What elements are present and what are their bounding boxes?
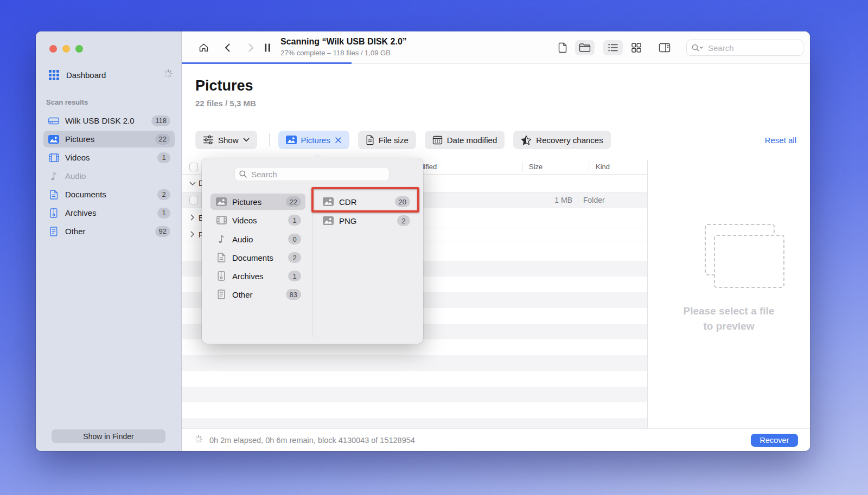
list-view-button[interactable] — [603, 40, 623, 55]
grid-icon — [631, 42, 642, 53]
sidebar-item-pictures[interactable]: Pictures 22 — [43, 131, 175, 147]
count-badge: 2 — [288, 252, 301, 263]
image-file-icon — [322, 216, 335, 225]
popover-category-videos[interactable]: Videos 1 — [210, 212, 305, 228]
count-badge: 92 — [155, 226, 170, 237]
disclosure-down-icon[interactable] — [189, 178, 196, 188]
pause-icon — [264, 43, 271, 53]
star-half-icon — [521, 135, 532, 145]
main-area: Scanning “Wilk USB DISK 2.0” 27% complet… — [182, 31, 810, 451]
sidebar-item-dashboard[interactable]: Dashboard — [49, 67, 174, 82]
zoom-window-button[interactable] — [75, 45, 83, 53]
sidebar-item-wilk-usb-disk[interactable]: Wilk USB DISK 2.0 118 — [43, 112, 175, 129]
show-filter-button[interactable]: Show — [195, 131, 257, 149]
folder-view-button[interactable] — [575, 40, 595, 55]
count-badge: 2 — [157, 189, 170, 200]
row-size-cell: 1 MB — [522, 196, 572, 204]
sidebar-item-archives[interactable]: Archives 1 — [43, 204, 175, 221]
date-modified-filter-label: Date modified — [447, 136, 497, 145]
filter-bar: Show Pictures File size Date modified Re… — [195, 131, 796, 149]
disclosure-right-icon[interactable] — [190, 213, 195, 223]
chevron-down-icon — [243, 138, 250, 142]
close-icon[interactable] — [335, 137, 342, 144]
minimize-window-button[interactable] — [62, 45, 70, 53]
sidebar-item-other[interactable]: Other 92 — [43, 223, 175, 240]
back-button[interactable] — [218, 40, 237, 55]
count-badge: 22 — [286, 196, 301, 207]
recovery-chances-filter-label: Recovery chances — [536, 136, 603, 145]
column-header-kind[interactable]: Kind — [596, 163, 610, 171]
popover-category-pictures[interactable]: Pictures 22 — [210, 194, 305, 210]
page-title: Pictures — [195, 78, 253, 94]
reset-all-link[interactable]: Reset all — [765, 136, 796, 145]
count-badge: 83 — [286, 289, 301, 300]
popover-item-label: Archives — [232, 272, 264, 281]
select-all-checkbox[interactable] — [189, 163, 198, 171]
preview-placeholder-frame — [714, 235, 784, 288]
sidebar-item-label: Pictures — [65, 134, 94, 144]
scan-status-text: 0h 2m elapsed, 0h 6m remain, block 41300… — [209, 436, 415, 445]
spinner-icon — [163, 68, 174, 81]
popover-search-input[interactable] — [250, 169, 385, 179]
toolbar: Scanning “Wilk USB DISK 2.0” 27% complet… — [182, 31, 810, 64]
count-badge: 1 — [157, 152, 170, 163]
search-icon — [239, 170, 247, 178]
popover-category-archives[interactable]: Archives 1 — [210, 268, 305, 284]
status-bar: 0h 2m elapsed, 0h 6m remain, block 41300… — [182, 428, 810, 451]
popover-item-label: Documents — [232, 253, 273, 262]
chevron-right-icon — [248, 42, 254, 53]
row-checkbox[interactable] — [189, 196, 198, 204]
preview-pane: Please select a file to preview — [647, 160, 810, 428]
sidebar-item-documents[interactable]: Documents 2 — [43, 186, 175, 203]
recover-button[interactable]: Recover — [751, 434, 798, 447]
file-size-icon — [366, 135, 374, 145]
show-in-finder-button[interactable]: Show in Finder — [52, 429, 165, 443]
home-button[interactable] — [194, 40, 213, 55]
preview-panel-button[interactable] — [655, 40, 674, 55]
sidebar-item-label: Archives — [65, 208, 97, 217]
popover-search-field[interactable] — [234, 167, 390, 181]
pictures-icon — [47, 135, 60, 144]
toolbar-search-field[interactable] — [686, 40, 803, 56]
disclosure-right-icon[interactable] — [190, 230, 195, 240]
pictures-filter-label: Pictures — [301, 136, 330, 145]
scan-title: Scanning “Wilk USB DISK 2.0” — [280, 37, 407, 47]
sidebar-item-label: Other — [65, 227, 86, 236]
column-header-size[interactable]: Size — [529, 163, 542, 171]
column-divider[interactable] — [522, 162, 523, 172]
file-size-filter-button[interactable]: File size — [358, 131, 416, 149]
sidebar-item-label: Audio — [65, 171, 86, 181]
sidebar-item-videos[interactable]: Videos 1 — [43, 149, 175, 166]
sliders-icon — [203, 135, 214, 145]
popover-item-label: Audio — [232, 235, 253, 244]
app-window: Dashboard Scan results Wilk USB DISK 2.0… — [36, 31, 810, 451]
popover-category-audio[interactable]: Audio 0 — [210, 231, 305, 247]
close-window-button[interactable] — [49, 45, 57, 53]
file-view-button[interactable] — [553, 40, 572, 55]
popover-item-label: Videos — [232, 216, 257, 225]
show-filter-label: Show — [218, 136, 239, 145]
chevron-left-icon — [224, 42, 231, 53]
search-input[interactable] — [707, 43, 799, 53]
dashboard-grid-icon — [49, 70, 59, 80]
file-type-filter-popover: Pictures 22 Videos 1 Audio 0 Documents 2… — [202, 158, 423, 344]
calendar-icon — [432, 135, 443, 145]
count-badge: 1 — [157, 208, 170, 218]
spinner-icon — [194, 434, 203, 446]
scan-results-section-label: Scan results — [46, 98, 88, 106]
grid-view-button[interactable] — [627, 40, 646, 55]
popover-category-documents[interactable]: Documents 2 — [210, 249, 305, 266]
column-divider[interactable] — [589, 162, 589, 172]
date-modified-filter-button[interactable]: Date modified — [425, 131, 505, 149]
sidebar-item-label: Documents — [65, 190, 106, 199]
row-kind-cell: Folder — [583, 196, 605, 204]
popover-type-png[interactable]: PNG 2 — [317, 213, 414, 229]
sidebar-item-audio[interactable]: Audio — [43, 168, 175, 184]
folder-icon — [579, 43, 591, 53]
popover-item-label: Other — [232, 290, 253, 299]
sidebar-panel-icon — [659, 43, 671, 53]
recovery-chances-filter-button[interactable]: Recovery chances — [513, 131, 610, 149]
popover-category-other[interactable]: Other 83 — [210, 286, 305, 303]
pause-scan-button[interactable] — [258, 40, 277, 55]
pictures-filter-chip[interactable]: Pictures — [278, 131, 349, 149]
